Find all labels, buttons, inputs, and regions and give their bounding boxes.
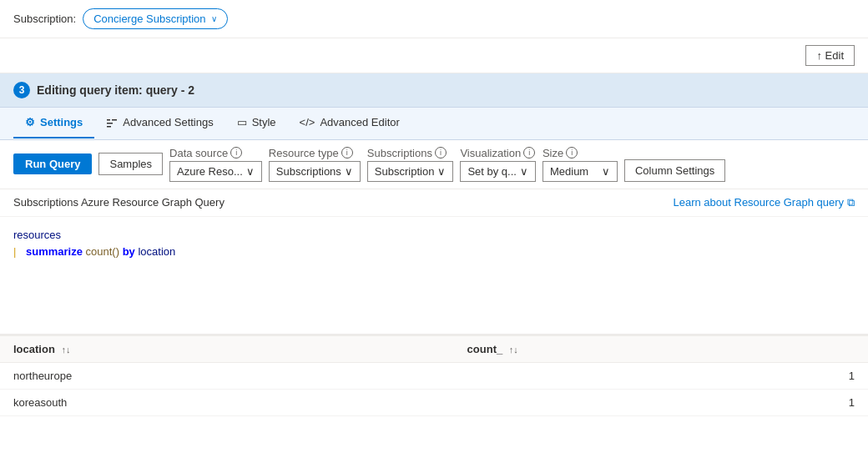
tab-advanced-settings[interactable]: Advanced Settings	[94, 108, 225, 139]
subscription-label: Subscription:	[13, 13, 76, 25]
cell-location: koreasouth	[0, 389, 454, 415]
edit-button-label: ↑ Edit	[816, 49, 844, 62]
code-pipe: |	[13, 244, 16, 261]
resource-type-label: Resource type i	[269, 147, 361, 159]
data-source-group: Data source i Azure Reso... ∨	[169, 147, 262, 182]
subscription-dropdown[interactable]: Concierge Subscription ∨	[83, 8, 227, 29]
external-link-icon: ⧉	[847, 196, 855, 209]
tab-advanced-editor[interactable]: </> Advanced Editor	[288, 108, 411, 138]
code-location-field: location	[138, 244, 175, 261]
tab-style-label: Style	[252, 116, 276, 128]
size-select[interactable]: Medium ∨	[542, 161, 618, 182]
sort-icon-count: ↑↓	[509, 345, 518, 355]
results-table: location ↑↓ count_ ↑↓ northeurope1koreas…	[0, 336, 868, 416]
subscriptions-info-icon[interactable]: i	[435, 147, 447, 159]
code-summarize-kw: summarize	[26, 244, 83, 261]
cell-location: northeurope	[0, 362, 454, 389]
subscription-chevron: ∨	[211, 14, 217, 23]
column-header-count[interactable]: count_ ↑↓	[454, 336, 868, 363]
subscriptions-label: Subscriptions i	[367, 147, 454, 159]
learn-link[interactable]: Learn about Resource Graph query ⧉	[673, 196, 855, 209]
resource-type-info-icon[interactable]: i	[341, 147, 353, 159]
code-line-2: | summarize count() by location	[13, 244, 855, 261]
size-group: Size i Medium ∨	[542, 147, 618, 182]
svg-rect-2	[107, 126, 111, 128]
editing-title: Editing query item: query - 2	[37, 83, 194, 97]
style-icon: ▭	[237, 116, 247, 128]
visualization-info-icon[interactable]: i	[523, 147, 535, 159]
cell-count: 1	[454, 362, 868, 389]
subscriptions-group: Subscriptions i Subscription ∨	[367, 147, 454, 182]
resource-type-group: Resource type i Subscriptions ∨	[269, 147, 361, 182]
query-info-bar: Subscriptions Azure Resource Graph Query…	[0, 189, 868, 217]
visualization-chevron: ∨	[520, 165, 528, 178]
tab-settings-label: Settings	[40, 116, 83, 128]
sort-icon-location: ↑↓	[61, 345, 70, 355]
table-row: koreasouth1	[0, 389, 868, 415]
tab-advanced-settings-label: Advanced Settings	[123, 116, 213, 128]
resource-type-chevron: ∨	[345, 165, 353, 178]
results-area: location ↑↓ count_ ↑↓ northeurope1koreas…	[0, 335, 868, 416]
query-area: Subscriptions Azure Resource Graph Query…	[0, 189, 868, 335]
size-label: Size i	[542, 147, 618, 159]
svg-rect-0	[107, 119, 110, 121]
data-source-label: Data source i	[169, 147, 262, 159]
edit-bar: ↑ Edit	[0, 38, 868, 73]
data-source-chevron: ∨	[246, 165, 255, 178]
svg-rect-3	[112, 119, 117, 121]
table-row: northeurope1	[0, 362, 868, 389]
step-badge: 3	[13, 82, 30, 98]
column-settings-button[interactable]: Column Settings	[624, 159, 725, 182]
top-bar: Subscription: Concierge Subscription ∨	[0, 0, 868, 38]
table-header-row: location ↑↓ count_ ↑↓	[0, 336, 868, 363]
column-header-location[interactable]: location ↑↓	[0, 336, 454, 363]
subscriptions-select[interactable]: Subscription ∨	[367, 161, 454, 182]
visualization-select[interactable]: Set by q... ∨	[460, 161, 536, 182]
size-info-icon[interactable]: i	[566, 147, 578, 159]
code-line-1: resources	[13, 227, 855, 244]
run-query-button[interactable]: Run Query	[13, 153, 92, 174]
samples-button[interactable]: Samples	[98, 153, 163, 175]
query-info-text: Subscriptions Azure Resource Graph Query	[13, 196, 225, 209]
subscriptions-chevron: ∨	[437, 165, 446, 178]
tabs-bar: ⚙ Settings Advanced Settings ▭ Style </>…	[0, 108, 868, 140]
code-count-func: count()	[86, 244, 119, 261]
edit-button[interactable]: ↑ Edit	[805, 45, 855, 66]
code-editor[interactable]: resources | summarize count() by locatio…	[0, 217, 868, 334]
tab-settings[interactable]: ⚙ Settings	[13, 108, 94, 138]
editing-header: 3 Editing query item: query - 2	[0, 73, 868, 108]
advanced-settings-icon	[106, 116, 118, 129]
data-source-info-icon[interactable]: i	[230, 147, 242, 159]
advanced-editor-icon: </>	[300, 116, 315, 128]
tab-advanced-editor-label: Advanced Editor	[320, 116, 399, 128]
size-chevron: ∨	[602, 165, 610, 178]
code-resources: resources	[13, 227, 61, 244]
settings-icon: ⚙	[25, 116, 35, 128]
svg-rect-1	[107, 123, 113, 124]
code-by-kw: by	[123, 244, 135, 261]
toolbar: Run Query Samples Data source i Azure Re…	[0, 140, 868, 189]
data-source-select[interactable]: Azure Reso... ∨	[169, 161, 262, 182]
cell-count: 1	[454, 389, 868, 415]
visualization-group: Visualization i Set by q... ∨	[460, 147, 536, 182]
visualization-label: Visualization i	[460, 147, 536, 159]
subscription-value: Concierge Subscription	[93, 13, 205, 25]
resource-type-select[interactable]: Subscriptions ∨	[269, 161, 361, 182]
tab-style[interactable]: ▭ Style	[225, 108, 288, 138]
